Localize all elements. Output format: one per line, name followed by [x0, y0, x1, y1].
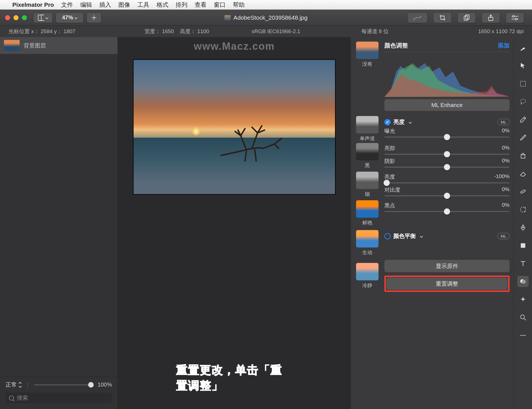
layer-blend-row: 正常 100%: [6, 381, 112, 388]
menu-file[interactable]: 文件: [61, 1, 73, 9]
ml-pill[interactable]: ML: [497, 119, 510, 125]
zoom-tool-icon[interactable]: [517, 312, 529, 323]
svg-rect-5: [466, 15, 469, 19]
shadows-slider[interactable]: 阴影0%: [384, 158, 510, 168]
colorbalance-toggle-off-icon[interactable]: [384, 233, 391, 239]
reset-adjustments-button[interactable]: 重置调整: [386, 278, 508, 290]
canvas-area[interactable]: www.Macz.com 重置更改，单击「重置调整」: [118, 37, 351, 409]
layer-search-input[interactable]: 搜索: [6, 392, 112, 403]
share-button[interactable]: [481, 12, 500, 23]
more-tools-icon[interactable]: [517, 330, 529, 341]
preset-mono-label: 单声道: [360, 135, 375, 142]
svg-point-22: [524, 335, 526, 336]
search-placeholder: 搜索: [17, 394, 28, 402]
smudge-tool-icon[interactable]: [517, 204, 529, 215]
fullscreen-window-icon[interactable]: [22, 15, 27, 20]
adjust-title: 颜色调整: [384, 42, 408, 49]
settings-sliders-button[interactable]: [506, 12, 524, 23]
chevron-down-icon[interactable]: [409, 121, 412, 124]
tutorial-annotation: 重置更改，单击「重置调整」: [176, 362, 293, 393]
menu-view[interactable]: 查看: [195, 1, 207, 9]
brush-settings-button[interactable]: [407, 12, 428, 23]
svg-rect-16: [521, 243, 525, 248]
svg-point-10: [515, 18, 517, 20]
preset-mono-thumb[interactable]: [356, 116, 379, 133]
arrow-tool-icon[interactable]: [517, 60, 529, 71]
brightness-toggle-on-icon[interactable]: ✓: [384, 119, 391, 125]
effects-tool-icon[interactable]: [517, 294, 529, 305]
layer-name: 背景图层: [24, 42, 46, 49]
sidebar-layout-button[interactable]: [33, 12, 53, 23]
show-original-button[interactable]: 显示原件: [384, 260, 510, 272]
color-adjust-tool-icon[interactable]: [517, 276, 529, 287]
menu-insert[interactable]: 插入: [99, 1, 111, 9]
menu-edit[interactable]: 编辑: [80, 1, 92, 9]
eyedropper-tool-icon[interactable]: [517, 114, 529, 125]
preset-smoke-label: 烟: [365, 191, 370, 197]
slider-label: 亮部: [384, 145, 395, 152]
heal-tool-icon[interactable]: [517, 186, 529, 197]
menu-window[interactable]: 窗口: [214, 1, 226, 9]
add-button[interactable]: [86, 12, 102, 23]
filename-label: AdobeStock_203958648.jpg: [233, 14, 308, 21]
lasso-tool-icon[interactable]: [517, 96, 529, 107]
fill-tool-icon[interactable]: [517, 150, 529, 161]
ml-enhance-button[interactable]: ML Enhance: [384, 99, 510, 111]
style-tool-icon[interactable]: [517, 42, 529, 53]
menu-help[interactable]: 帮助: [233, 1, 245, 9]
app-menu[interactable]: Pixelmator Pro: [12, 1, 54, 8]
svg-point-8: [513, 15, 514, 17]
ml-pill[interactable]: ML: [497, 233, 510, 239]
exposure-slider[interactable]: 曝光0%: [384, 128, 510, 138]
preset-vivid-thumb[interactable]: [356, 200, 379, 218]
chevron-down-icon: [45, 16, 48, 19]
eraser-tool-icon[interactable]: [517, 168, 529, 179]
document-title: AdobeStock_203958648.jpg: [224, 14, 308, 21]
marquee-tool-icon[interactable]: [517, 78, 529, 89]
slider-value: 0%: [502, 158, 510, 165]
preset-cool-thumb[interactable]: [356, 263, 379, 280]
menu-image[interactable]: 图像: [118, 1, 130, 9]
slider-label: 对比度: [384, 186, 400, 194]
opacity-slider[interactable]: [34, 384, 94, 385]
menu-tools[interactable]: 工具: [137, 1, 149, 9]
tutorial-highlight-box: 重置调整: [384, 276, 510, 292]
zoom-dropdown[interactable]: 47%: [56, 12, 84, 23]
chevron-down-icon[interactable]: [420, 235, 423, 238]
highlights-slider[interactable]: 亮部0%: [384, 145, 510, 155]
minimize-window-icon[interactable]: [13, 15, 19, 20]
menu-arrange[interactable]: 排列: [176, 1, 187, 9]
histogram: [384, 55, 510, 97]
blend-mode-select[interactable]: 正常: [6, 381, 21, 388]
slider-value: 0%: [502, 128, 510, 135]
crop-button[interactable]: [433, 12, 452, 23]
add-adjustment-button[interactable]: 添加: [498, 42, 510, 49]
menu-format[interactable]: 格式: [157, 1, 168, 9]
preset-lively-thumb[interactable]: [356, 230, 379, 247]
brightness-slider[interactable]: 亮度-100%: [384, 173, 510, 183]
slider-label: 阴影: [384, 158, 395, 165]
colorbalance-section-label: 颜色平衡: [393, 232, 416, 240]
blackpoint-slider[interactable]: 黑点0%: [384, 202, 510, 212]
pen-tool-icon[interactable]: [517, 222, 529, 233]
preset-none-thumb[interactable]: [356, 42, 379, 59]
driftwood-illustration: [218, 122, 286, 167]
text-tool-icon[interactable]: [517, 258, 529, 269]
duplicate-button[interactable]: [457, 12, 476, 23]
preset-cool-label: 冷静: [362, 282, 372, 289]
svg-rect-4: [464, 16, 468, 20]
preset-smoke-thumb[interactable]: [356, 172, 379, 189]
svg-point-18: [522, 280, 526, 284]
brush-tool-icon[interactable]: [517, 132, 529, 143]
slider-value: 0%: [502, 186, 510, 194]
image-size-readout: 宽度： 1650 高度： 1100: [127, 28, 226, 35]
contrast-slider[interactable]: 对比度0%: [384, 186, 510, 196]
window-toolbar: 47% AdobeStock_203958648.jpg: [0, 10, 532, 26]
layer-row-background[interactable]: 背景图层: [0, 37, 118, 54]
shape-tool-icon[interactable]: [517, 240, 529, 251]
close-window-icon[interactable]: [5, 15, 10, 20]
svg-rect-13: [520, 190, 526, 194]
preset-black-thumb[interactable]: [356, 143, 379, 160]
preset-vivid-label: 鲜艳: [362, 219, 372, 226]
color-adjust-panel: 没有 颜色调整 添加 ML Enhance: [351, 37, 513, 409]
